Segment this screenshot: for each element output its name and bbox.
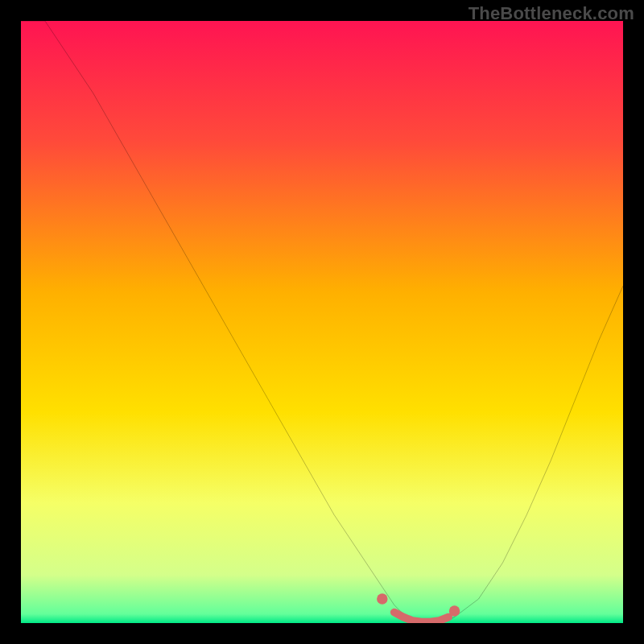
chart-frame: TheBottleneck.com	[0, 0, 644, 644]
plot-svg	[21, 21, 623, 623]
bottleneck-plot	[21, 21, 623, 623]
plot-background	[21, 21, 623, 623]
optimal-range-dot	[377, 593, 387, 604]
optimal-range-dot	[449, 605, 460, 616]
